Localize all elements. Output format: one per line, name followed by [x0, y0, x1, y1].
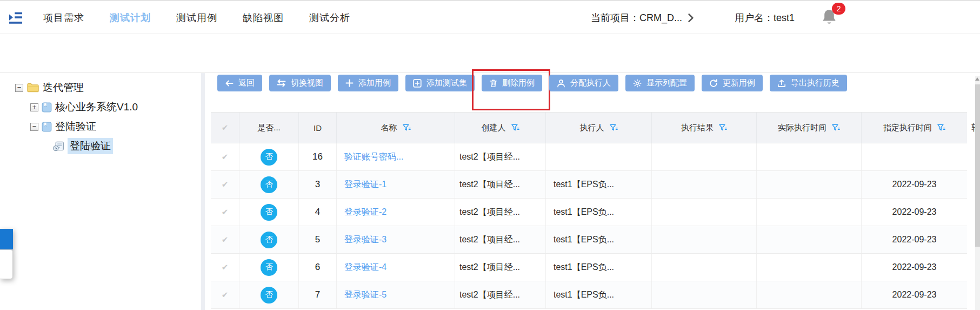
testcase-name-link[interactable]: 登录验证-5: [344, 289, 386, 301]
toolbar-button-8[interactable]: 更新用例: [702, 75, 763, 91]
testcase-name-link[interactable]: 登录验证-2: [344, 207, 386, 218]
plus-square-icon: [413, 79, 422, 88]
table-row-6[interactable]: ✔否7登录验证-5test2【项目经...test1【EPS负...2022-0…: [211, 281, 967, 309]
scrollbar-up-arrow[interactable]: [975, 77, 979, 81]
sidebar-main-divider: [201, 73, 205, 310]
execute-flag-badge: 否: [261, 232, 277, 248]
testcase-table: ✔是否...ID名称创建人执行人执行结果实际执行时间指定执行时间 ✔否16验证账…: [211, 112, 967, 309]
nav-item-1[interactable]: 项目需求: [43, 11, 84, 24]
scheduled-time-cell: 2022-09-23: [892, 207, 937, 217]
scrollbar-thumb[interactable]: [975, 84, 980, 247]
filter-icon[interactable]: [937, 124, 945, 131]
row-id: 3: [315, 179, 320, 190]
scheduled-time-cell: 2022-09-23: [892, 290, 937, 300]
content-top-divider: [0, 72, 980, 73]
toolbar-button-1[interactable]: 返回: [217, 75, 262, 91]
toolbar-button-3[interactable]: 添加用例: [338, 75, 398, 91]
nav-menu: 项目需求测试计划测试用例缺陷视图测试分析: [43, 1, 350, 34]
row-check-icon[interactable]: ✔: [222, 262, 229, 272]
execute-flag-badge: 否: [261, 176, 277, 193]
tree-item-1[interactable]: + 核心业务系统V1.0: [0, 97, 201, 117]
trash-icon: [489, 79, 497, 88]
table-row-2[interactable]: ✔否3登录验证-1test2【项目经...test1【EPS负...2022-0…: [211, 171, 967, 199]
toolbar-button-9[interactable]: 导出执行历史: [770, 75, 847, 91]
top-navbar: 项目需求测试计划测试用例缺陷视图测试分析 当前项目：CRM_D... 用户名：t…: [0, 1, 980, 34]
tree-item-3[interactable]: 登陆验证: [0, 136, 201, 156]
gear-icon: [633, 79, 642, 88]
row-check-icon[interactable]: ✔: [222, 207, 229, 217]
toolbar-button-6[interactable]: 分配执行人: [549, 75, 618, 91]
notifications-button[interactable]: 2: [821, 8, 839, 28]
tree-expander-minus-icon[interactable]: −: [15, 84, 23, 92]
table-row-3[interactable]: ✔否4登录验证-2test2【项目经...test1【EPS负...2022-0…: [211, 199, 967, 226]
left-edge-widget: [0, 229, 13, 279]
menu-toggle-icon[interactable]: [8, 10, 24, 25]
executor-cell: test1【EPS负...: [554, 289, 614, 301]
table-row-5[interactable]: ✔否6登录验证-4test2【项目经...test1【EPS负...2022-0…: [211, 254, 967, 281]
folder-icon: [26, 83, 39, 93]
testcase-name-link[interactable]: 登录验证-1: [344, 179, 386, 190]
column-header-4: 创建人: [455, 113, 546, 143]
row-check-icon[interactable]: ✔: [222, 235, 229, 245]
navbar-right: 当前项目：CRM_D... 用户名：test1 2: [591, 1, 839, 34]
toolbar-button-7[interactable]: 显示列配置: [625, 75, 695, 91]
plan-icon: [42, 122, 52, 132]
testcase-name-link[interactable]: 登录验证-3: [344, 234, 386, 246]
iteration-tree: − 迭代管理 + 核心业务系统V1.0 − 登陆验证 登陆验证: [0, 78, 201, 156]
filter-icon[interactable]: [719, 124, 727, 131]
table-row-1[interactable]: ✔否16验证账号密码...test2【项目经...: [211, 143, 967, 171]
execute-flag-badge: 否: [261, 149, 277, 166]
vertical-scrollbar[interactable]: [975, 76, 980, 310]
scheduled-time-cell: 2022-09-23: [892, 180, 937, 189]
tree-expander-minus-icon[interactable]: −: [30, 123, 38, 131]
row-id: 4: [315, 207, 320, 217]
scheduled-time-cell: 2022-09-23: [892, 262, 937, 272]
creator-cell: test2【项目经...: [459, 289, 520, 301]
nav-item-4[interactable]: 缺陷视图: [243, 11, 284, 24]
executor-cell: test1【EPS负...: [554, 179, 614, 190]
row-id: 6: [315, 262, 320, 273]
filter-icon[interactable]: [403, 124, 411, 131]
left-edge-widget-button[interactable]: [0, 229, 13, 249]
executor-cell: test1【EPS负...: [554, 262, 614, 273]
tree-item-0[interactable]: − 迭代管理: [0, 78, 201, 97]
toolbar-button-2[interactable]: 切换视图: [269, 75, 331, 91]
nav-item-2[interactable]: 测试计划: [110, 11, 151, 24]
chevron-right-icon[interactable]: [688, 14, 694, 22]
refresh-icon: [709, 79, 718, 88]
filter-icon[interactable]: [610, 124, 618, 131]
bell-icon: [821, 19, 838, 28]
creator-cell: test2【项目经...: [459, 234, 520, 246]
column-header-3: 名称: [337, 113, 455, 143]
table-toolbar: 返回 切换视图 添加用例 添加测试集 删除用例 分配执行人 显示列配置: [217, 75, 847, 91]
current-project[interactable]: 当前项目：CRM_D...: [591, 11, 682, 24]
tree-expander-plus-icon[interactable]: +: [30, 103, 38, 111]
toolbar-button-5[interactable]: 删除用例: [482, 75, 542, 91]
table-row-4[interactable]: ✔否5登录验证-3test2【项目经...test1【EPS负...2022-0…: [211, 226, 967, 254]
row-id: 5: [315, 234, 320, 245]
toolbar-button-4[interactable]: 添加测试集: [405, 75, 475, 91]
executor-cell: test1【EPS负...: [554, 234, 614, 246]
select-all-check-icon[interactable]: ✔: [222, 123, 229, 133]
creator-cell: test2【项目经...: [459, 179, 520, 190]
user-icon: [557, 79, 565, 88]
row-check-icon[interactable]: ✔: [222, 290, 229, 300]
row-id: 16: [312, 151, 323, 162]
username-label: 用户名：: [735, 12, 774, 23]
filter-icon[interactable]: [832, 124, 840, 131]
creator-cell: test2【项目经...: [459, 151, 520, 163]
row-id: 7: [315, 289, 320, 300]
column-header-1: 是否...: [239, 113, 299, 143]
executor-cell: test1【EPS负...: [554, 207, 614, 218]
creator-cell: test2【项目经...: [459, 207, 520, 218]
nav-item-3[interactable]: 测试用例: [176, 11, 217, 24]
column-header-2: ID: [299, 113, 337, 143]
testcase-name-link[interactable]: 验证账号密码...: [344, 151, 403, 163]
row-check-icon[interactable]: ✔: [222, 180, 229, 189]
filter-icon[interactable]: [511, 124, 519, 131]
tree-item-2[interactable]: − 登陆验证: [0, 117, 201, 136]
nav-item-5[interactable]: 测试分析: [309, 11, 350, 24]
plus-icon: [345, 79, 354, 87]
testcase-name-link[interactable]: 登录验证-4: [344, 262, 386, 273]
row-check-icon[interactable]: ✔: [222, 152, 229, 162]
